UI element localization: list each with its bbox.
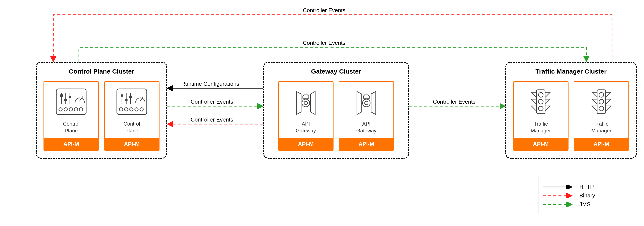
- svg-point-30: [302, 99, 310, 107]
- node-label: API Gateway: [294, 116, 318, 138]
- api-m-badge: API-M: [105, 138, 159, 150]
- traffic-manager-node: Traffic Manager API-M: [513, 81, 568, 151]
- svg-rect-38: [597, 90, 606, 114]
- svg-rect-10: [69, 96, 71, 98]
- control-plane-node: Control Plane API-M: [104, 81, 160, 151]
- svg-point-14: [69, 108, 72, 111]
- svg-point-33: [365, 101, 368, 105]
- legend-http-icon: [543, 185, 575, 189]
- svg-rect-21: [125, 99, 128, 101]
- api-gateway-node: API Gateway API-M: [339, 81, 394, 151]
- control-plane-cluster-title: Control Plane Cluster: [44, 68, 160, 75]
- node-label: Control Plane: [122, 116, 142, 138]
- control-plane-icon: [115, 87, 149, 116]
- legend-binary-label: Binary: [580, 192, 595, 199]
- diagram-canvas: Runtime Configurations Controller Events…: [0, 0, 644, 226]
- legend-http-label: HTTP: [580, 184, 594, 190]
- legend: HTTP Binary JMS: [538, 177, 622, 214]
- node-label: Traffic Manager: [529, 116, 553, 138]
- svg-point-15: [74, 108, 78, 111]
- legend-binary-icon: [543, 194, 575, 198]
- api-m-badge: API-M: [44, 138, 98, 150]
- node-label: API Gateway: [355, 116, 378, 138]
- label-controller-events-jms-gw-cp: Controller Events: [191, 98, 233, 105]
- node-label: Control Plane: [61, 116, 81, 138]
- label-controller-events-binary-top: Controller Events: [303, 7, 345, 14]
- legend-row-jms: JMS: [543, 201, 615, 208]
- svg-point-39: [599, 92, 604, 97]
- svg-rect-34: [536, 90, 545, 114]
- api-m-badge: API-M: [574, 138, 628, 150]
- legend-row-http: HTTP: [543, 184, 615, 190]
- svg-point-25: [120, 108, 123, 111]
- traffic-manager-node: Traffic Manager API-M: [574, 81, 629, 151]
- svg-point-37: [538, 106, 543, 111]
- legend-jms-icon: [543, 202, 575, 207]
- traffic-light-icon: [584, 87, 618, 116]
- svg-point-16: [79, 108, 83, 111]
- svg-point-36: [538, 99, 543, 104]
- gateway-cluster: Gateway Cluster: [263, 62, 409, 159]
- svg-point-28: [135, 108, 138, 111]
- label-controller-events-binary-gw-cp: Controller Events: [191, 116, 233, 123]
- label-runtime-configurations: Runtime Configurations: [181, 80, 239, 87]
- legend-row-binary: Binary: [543, 192, 615, 199]
- control-plane-node: Control Plane API-M: [44, 81, 99, 151]
- svg-point-12: [59, 108, 62, 111]
- svg-rect-8: [64, 99, 67, 101]
- svg-point-13: [64, 108, 68, 111]
- traffic-manager-cluster: Traffic Manager Cluster: [506, 62, 637, 159]
- api-gateway-icon: [349, 87, 384, 116]
- svg-point-27: [130, 108, 133, 111]
- api-m-badge: API-M: [339, 138, 394, 150]
- svg-point-35: [538, 92, 543, 97]
- svg-rect-23: [129, 96, 132, 98]
- svg-rect-19: [121, 94, 123, 96]
- control-plane-icon: [54, 87, 88, 116]
- svg-point-26: [124, 108, 128, 111]
- api-m-badge: API-M: [514, 138, 568, 150]
- api-gateway-node: API Gateway API-M: [278, 81, 334, 151]
- api-gateway-icon: [289, 87, 323, 116]
- label-controller-events-jms-top: Controller Events: [303, 40, 345, 46]
- svg-rect-6: [60, 94, 63, 96]
- gateway-cluster-title: Gateway Cluster: [271, 68, 401, 75]
- traffic-manager-cluster-title: Traffic Manager Cluster: [513, 68, 629, 75]
- traffic-light-icon: [524, 87, 558, 116]
- legend-jms-label: JMS: [580, 201, 590, 208]
- control-plane-cluster: Control Plane Cluster: [36, 62, 167, 159]
- node-label: Traffic Manager: [590, 116, 613, 138]
- svg-point-40: [599, 99, 604, 104]
- api-m-badge: API-M: [279, 138, 333, 150]
- label-controller-events-jms-gw-tm: Controller Events: [433, 98, 475, 105]
- svg-point-32: [362, 99, 370, 107]
- svg-point-41: [599, 106, 604, 111]
- svg-point-31: [304, 101, 308, 105]
- svg-point-29: [140, 108, 143, 111]
